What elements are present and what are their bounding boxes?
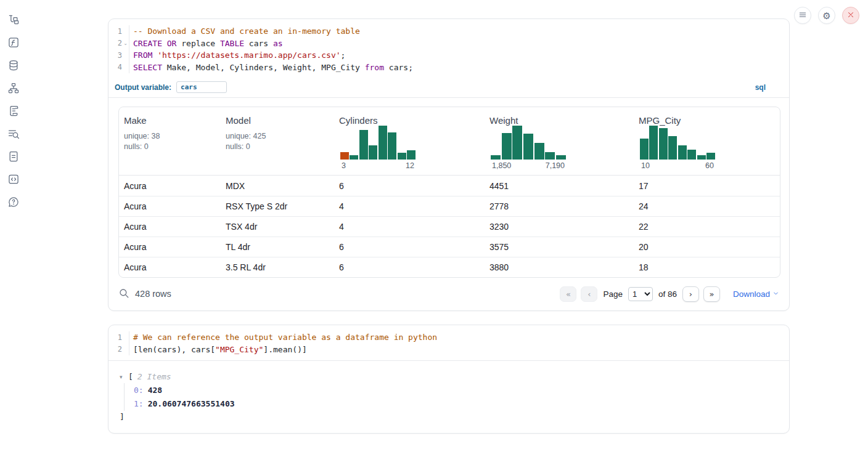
- column-header-make[interactable]: Makeunique: 38nulls: 0: [119, 107, 221, 175]
- code-text: CREATE OR replace TABLE cars as: [129, 39, 283, 48]
- settings-button[interactable]: ⚙: [818, 7, 835, 24]
- pagination: « ‹ Page 1 of 86 › » Download: [560, 286, 779, 302]
- sidebar-item-file-explorer[interactable]: [7, 14, 20, 27]
- histogram-bar: [491, 155, 501, 160]
- chevron-down-icon: [772, 289, 779, 299]
- sidebar-item-outline-search[interactable]: [7, 127, 20, 141]
- histogram-bar: [687, 150, 696, 160]
- sql-code-editor[interactable]: 1-- Download a CSV and create an in-memo…: [108, 19, 789, 78]
- sidebar-item-dependency-graph[interactable]: [7, 82, 20, 95]
- output-variable-input[interactable]: [176, 81, 227, 93]
- fold-caret-icon[interactable]: ⌄: [122, 38, 129, 50]
- next-page-button[interactable]: ›: [682, 286, 699, 302]
- notebook-menu-button[interactable]: [794, 7, 811, 24]
- sql-cell: 1-- Download a CSV and create an in-memo…: [108, 18, 790, 311]
- output-tree-body: 0:4281:20.060747663551403: [124, 383, 778, 411]
- column-name: Make: [124, 115, 216, 126]
- histogram-axis-labels: 1,8507,190: [491, 160, 566, 171]
- column-name: MPG_City: [639, 115, 775, 126]
- table-row[interactable]: AcuraRSX Type S 2dr4277824: [119, 196, 780, 216]
- database-icon: [7, 59, 20, 73]
- table-cell: 4451: [485, 181, 634, 191]
- table-cell: 20: [634, 242, 780, 252]
- column-histogram[interactable]: [340, 126, 416, 160]
- table-cell: 22: [634, 222, 780, 232]
- tree-entry-key: 0:: [134, 386, 144, 395]
- page-total-label: of 86: [658, 289, 677, 299]
- prev-page-button[interactable]: ‹: [581, 286, 597, 302]
- table-cell: 3.5 RL 4dr: [221, 262, 334, 272]
- search-icon: [118, 288, 129, 301]
- fold-gutter: [122, 62, 129, 74]
- document-icon: [7, 150, 20, 164]
- histogram-bar: [668, 136, 677, 160]
- sidebar-item-scratchpad[interactable]: [7, 173, 20, 187]
- table-cell: MDX: [221, 181, 334, 191]
- table-cell: 17: [634, 181, 780, 191]
- table-cell: 3880: [485, 262, 634, 272]
- sidebar-panel-icons: [0, 0, 27, 449]
- sidebar-item-logs[interactable]: [7, 105, 20, 118]
- table-row[interactable]: AcuraMDX6445117: [119, 176, 780, 196]
- download-button-label: Download: [733, 289, 770, 299]
- histogram-bar: [697, 155, 706, 160]
- tree-collapse-caret[interactable]: ▾: [120, 374, 128, 380]
- code-text: FROM 'https://datasets.marimo.app/cars.c…: [129, 51, 345, 60]
- code-line: 2[len(cars), cars["MPG_City"].mean()]: [108, 344, 789, 356]
- language-badge-sql[interactable]: sql: [755, 83, 766, 92]
- line-number: 2: [108, 39, 122, 47]
- python-output-region: ▾ [ 2 Items 0:4281:20.060747663551403 ]: [108, 360, 789, 433]
- line-number: 1: [108, 27, 122, 36]
- histogram-bar: [523, 134, 533, 160]
- table-cell: 3230: [485, 222, 634, 232]
- table-header-row: Makeunique: 38nulls: 0Modelunique: 425nu…: [119, 107, 780, 176]
- notebook-cells: 1-- Download a CSV and create an in-memo…: [108, 18, 790, 447]
- first-page-button[interactable]: «: [560, 286, 576, 302]
- sidebar-item-variables[interactable]: [7, 36, 20, 50]
- column-name: Model: [226, 115, 329, 126]
- histogram-bar: [388, 132, 396, 160]
- table-footer: 428 rows « ‹ Page 1 of 86 › » Download: [118, 285, 779, 303]
- column-header-weight[interactable]: Weight1,8507,190: [485, 107, 634, 175]
- close-icon: [846, 10, 855, 21]
- column-histogram[interactable]: [491, 126, 566, 160]
- column-histogram[interactable]: [640, 126, 715, 160]
- notebook-topbar: ⚙: [794, 7, 859, 24]
- python-code-editor[interactable]: 1# We can reference the output variable …: [108, 325, 789, 360]
- sidebar-item-help[interactable]: [7, 196, 20, 209]
- tree-items-count: 2 Items: [137, 372, 171, 381]
- histogram-bar: [640, 139, 649, 160]
- table-row[interactable]: AcuraTL 4dr6357520: [119, 237, 780, 257]
- table-cell: 18: [634, 262, 780, 272]
- shutdown-button[interactable]: [842, 7, 859, 24]
- table-row[interactable]: AcuraTSX 4dr4323022: [119, 216, 780, 237]
- table-row[interactable]: Acura3.5 RL 4dr6388018: [119, 257, 780, 277]
- last-page-button[interactable]: »: [703, 286, 720, 302]
- histogram-bar: [340, 152, 349, 160]
- histogram-bar: [659, 128, 668, 160]
- table-search-button[interactable]: [118, 288, 129, 301]
- histogram-bar: [350, 155, 358, 160]
- sidebar-item-snippets[interactable]: [7, 150, 20, 164]
- page-select[interactable]: 1: [628, 287, 653, 301]
- table-body: AcuraMDX6445117AcuraRSX Type S 2dr427782…: [119, 176, 780, 277]
- python-cell: 1# We can reference the output variable …: [108, 325, 790, 434]
- table-cell: Acura: [119, 222, 221, 232]
- histogram-bar: [512, 126, 522, 160]
- fold-gutter: [122, 331, 129, 344]
- download-button[interactable]: Download: [733, 289, 779, 299]
- table-cell: 2778: [485, 201, 634, 211]
- help-chat-icon: [7, 196, 20, 210]
- table-cell: 6: [334, 262, 485, 272]
- column-header-cylinders[interactable]: Cylinders312: [334, 107, 485, 175]
- table-cell: Acura: [119, 242, 221, 252]
- fold-gutter: [122, 25, 129, 38]
- column-header-model[interactable]: Modelunique: 425nulls: 0: [221, 107, 334, 175]
- code-line: 3FROM 'https://datasets.marimo.app/cars.…: [108, 49, 789, 62]
- sidebar-item-datasources[interactable]: [7, 59, 20, 73]
- tree-entry: 1:20.060747663551403: [134, 397, 778, 411]
- scroll-icon: [7, 105, 20, 119]
- tree-entry-value: 20.060747663551403: [148, 399, 235, 408]
- column-stats: unique: 38nulls: 0: [124, 131, 216, 152]
- column-header-mpg_city[interactable]: MPG_City1060: [634, 107, 780, 175]
